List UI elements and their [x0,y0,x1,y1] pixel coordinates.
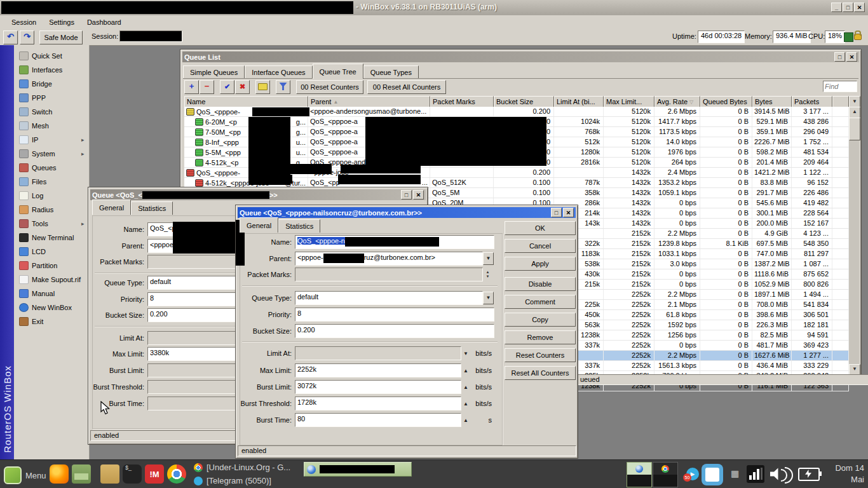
queue-list-titlebar[interactable]: Queue List □ ✕ [182,51,859,62]
sidebar-item[interactable]: Switch [14,105,89,119]
tab-general[interactable]: General [92,200,131,215]
burst-time-input[interactable]: 80 [295,413,461,427]
dialog-back-close-button[interactable]: ✕ [413,190,424,200]
chrome-launcher-icon[interactable] [167,464,186,484]
comment-folder-icon[interactable] [255,80,270,94]
battery-icon[interactable] [798,468,820,481]
tab-statistics[interactable]: Statistics [278,219,320,233]
bucket-size-input[interactable]: 0.200 [295,324,494,338]
sidebar-item[interactable]: IP ▸ [14,133,89,147]
safe-mode-button[interactable]: Safe Mode [39,30,83,44]
taskbar-window-button[interactable]: [Telegram (5050)] [194,476,271,485]
taskbar-window-button[interactable]: [Under-Linux.Org - G... [194,463,290,472]
sidebar-item[interactable]: Mesh [14,119,89,133]
file-manager-icon[interactable] [100,464,119,484]
burst-threshold-input[interactable]: 1728k [295,396,461,410]
remove-icon[interactable]: − [200,80,214,94]
redo-icon[interactable]: ↷ [20,30,34,44]
sidebar-item[interactable]: New Terminal [14,231,89,245]
parent-input[interactable]: <pppoe-ruz@turbonex.com.br> [295,252,483,266]
sidebar-item[interactable]: LCD [14,245,89,259]
sidebar-item[interactable]: System ▸ [14,147,89,161]
tray-app-icon[interactable]: ▦ [731,468,739,478]
dialog-button[interactable]: OK [505,221,576,235]
burst-time-collapse-icon[interactable]: ▲ [461,417,470,423]
taskbar-active-window-button[interactable] [304,462,412,477]
sidebar-item[interactable]: Files [14,175,89,189]
telegram-tray-icon[interactable]: ▶ 50 [686,468,699,480]
app-maximize-button[interactable]: □ [843,3,853,12]
sidebar-item[interactable]: Interfaces [14,63,89,77]
network-signal-icon[interactable] [747,465,764,483]
volume-icon[interactable] [770,466,793,482]
queue-list-tab[interactable]: Interface Queues [245,65,312,79]
scrollbar-thumb[interactable] [849,118,860,140]
queue-list-tab[interactable]: Queue Types [363,65,419,79]
sidebar-item[interactable]: Exit [14,315,89,329]
queue-list-maximize-button[interactable]: □ [834,52,845,62]
clock[interactable]: Dom 14 Mai 18:34:48 [821,463,864,488]
dialog-button[interactable]: Comment [505,295,576,309]
sidebar-item[interactable]: PPP [14,91,89,105]
burst-limit-collapse-icon[interactable]: ▲ [461,384,470,390]
queue-list-tab[interactable]: Simple Queues [183,65,245,79]
undo-icon[interactable]: ↶ [3,30,18,44]
burst-limit-input[interactable]: 3072k [295,380,461,394]
name-input[interactable]: QoS_<pppoe-n [295,235,494,249]
sidebar-item[interactable]: Log [14,189,89,203]
burst-threshold-collapse-icon[interactable]: ▲ [461,401,470,407]
queue-type-select[interactable]: default [295,291,483,305]
queue-list-close-button[interactable]: ✕ [846,52,857,62]
reset-counters-button[interactable]: 00 Reset Counters [296,80,363,94]
dialog-button[interactable]: Copy [505,313,576,327]
menu-item[interactable]: Session [5,17,43,28]
workspace-1[interactable] [627,462,652,487]
scroll-up-icon[interactable]: ▲ [849,107,860,118]
dialog-button[interactable]: Remove [505,330,576,344]
sidebar-item[interactable]: Partition [14,259,89,273]
mint-menu-button[interactable]: Menu [4,466,46,484]
dialog-button[interactable]: Reset Counters [505,348,576,362]
sidebar-item[interactable]: Tools ▸ [14,217,89,231]
sidebar-item[interactable]: Bridge [14,77,89,91]
find-input[interactable] [823,81,857,92]
enable-icon[interactable]: ✔ [220,80,234,94]
max-limit-collapse-icon[interactable]: ▲ [461,368,470,374]
workspace-2[interactable] [653,462,678,487]
table-scrollbar[interactable] [849,107,859,374]
session-field[interactable] [119,30,182,42]
disable-icon[interactable]: ✖ [235,80,250,94]
winbox-launcher-icon[interactable]: !M [145,464,164,484]
dialog-button[interactable]: Reset All Counters [505,366,576,380]
menu-item[interactable]: Settings [43,17,81,28]
sidebar-item[interactable]: New WinBox [14,301,89,315]
sidebar-item[interactable]: Quick Set [14,49,89,63]
dialog-front-maximize-button[interactable]: □ [551,208,562,217]
dialog-button[interactable]: Apply [505,257,576,271]
priority-input[interactable]: 8 [295,308,494,322]
sidebar-item[interactable]: Queues [14,161,89,175]
dialog-button[interactable]: Cancel [505,239,576,253]
max-limit-input[interactable]: 2252k [295,363,461,377]
dialog-button[interactable]: Disable [505,277,576,291]
tab-general[interactable]: General [240,217,278,233]
screenshare-tray-icon[interactable] [702,464,723,485]
sidebar-item[interactable]: Radius [14,203,89,217]
show-desktop-icon[interactable] [72,464,91,484]
firefox-icon[interactable] [50,464,69,484]
limit-at-input[interactable] [295,346,461,360]
queue-list-tab[interactable]: Queue Tree [313,64,363,79]
app-minimize-button[interactable]: _ [831,3,842,12]
sidebar-item[interactable]: Make Supout.rif [14,273,89,287]
app-close-button[interactable]: ✕ [854,3,865,12]
menu-item[interactable]: Dashboard [81,17,128,28]
add-icon[interactable]: + [184,80,199,94]
limit-at-expand-icon[interactable]: ▼ [461,351,470,356]
filter-icon[interactable] [276,80,290,94]
queue-dialog-back-titlebar[interactable]: Queue <QoS_< >> □ ✕ [90,189,426,200]
parent-dropdown-icon[interactable]: ▼ [483,252,494,265]
queue-dialog-front-titlebar[interactable]: Queue <QoS_<pppoe-nailsoncruz@turbonex.c… [238,207,576,218]
reset-all-counters-button[interactable]: 00 Reset All Counters [367,80,446,94]
packet-marks-input[interactable] [295,268,483,281]
tab-statistics[interactable]: Statistics [131,201,173,215]
